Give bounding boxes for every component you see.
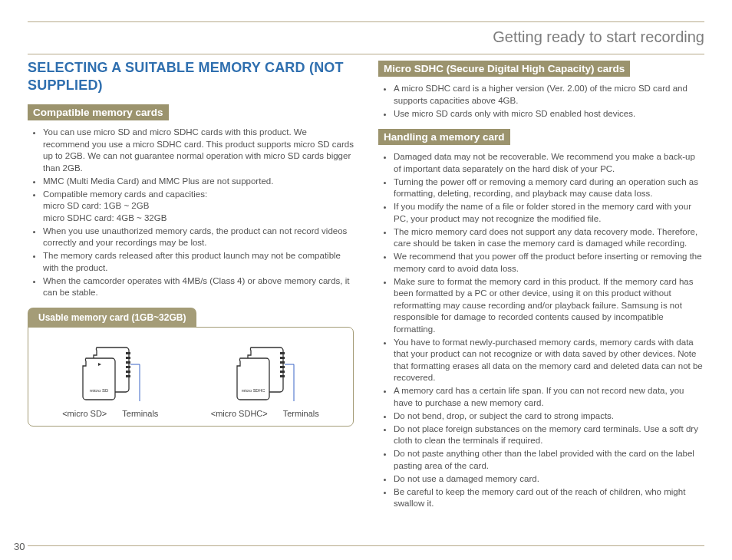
- list-item: If you modify the name of a file or fold…: [394, 201, 704, 225]
- microsdhc-icon: micro SDHC: [234, 346, 295, 401]
- list-item: The memory cards released after this pro…: [43, 250, 354, 274]
- list-item: Be careful to keep the memory card out o…: [394, 486, 704, 510]
- svg-text:micro SD: micro SD: [89, 388, 108, 393]
- handling-list: Damaged data may not be recoverable. We …: [378, 151, 704, 510]
- compatible-list: You can use micro SD and micro SDHC card…: [28, 127, 354, 299]
- chapter-title: Getting ready to start recording: [28, 22, 704, 54]
- right-column: Micro SDHC (Secure Digital High Capacity…: [378, 59, 704, 538]
- list-item: Use micro SD cards only with micro SD en…: [394, 108, 704, 120]
- svg-rect-15: [280, 375, 285, 377]
- svg-rect-0: [126, 352, 130, 354]
- svg-text:micro SDHC: micro SDHC: [242, 388, 265, 393]
- callout-title: Usable memory card (1GB~32GB): [28, 308, 196, 328]
- list-item: When you use unauthorized memory cards, …: [43, 226, 354, 249]
- svg-rect-12: [280, 361, 285, 364]
- svg-rect-10: [280, 352, 285, 354]
- left-column: SELECTING A SUITABLE MEMORY CARD (NOT SU…: [28, 59, 354, 538]
- terminals-label-2: Terminals: [283, 409, 319, 418]
- svg-rect-13: [280, 366, 285, 368]
- list-item: You have to format newly-purchased memor…: [394, 337, 704, 384]
- microsd-block: micro SD <micro SD> Terminals: [62, 346, 158, 418]
- usable-card-callout: Usable memory card (1GB~32GB): [28, 307, 354, 427]
- list-item: Do not bend, drop, or subject the card t…: [394, 410, 704, 423]
- callout-body: micro SD <micro SD> Terminals: [28, 327, 354, 427]
- page-number: 30: [14, 541, 25, 552]
- svg-rect-3: [126, 366, 130, 368]
- microsdhc-label: <micro SDHC>: [211, 409, 268, 418]
- svg-rect-1: [126, 357, 130, 359]
- list-item: Compatible memory cards and capacities: …: [43, 189, 354, 225]
- list-item: A micro SDHC card is a higher version (V…: [394, 83, 704, 107]
- page-heading: SELECTING A SUITABLE MEMORY CARD (NOT SU…: [28, 59, 354, 94]
- list-item: Do not use a damaged memory card.: [394, 473, 704, 486]
- list-item: A memory card has a certain life span. I…: [394, 385, 704, 409]
- microsdhc-block: micro SDHC <micro SDHC> Terminals: [211, 346, 319, 418]
- list-item: Make sure to format the memory card in t…: [394, 276, 704, 336]
- list-item: Do not paste anything other than the lab…: [394, 448, 704, 472]
- svg-rect-14: [280, 371, 285, 373]
- microsd-label: <micro SD>: [62, 409, 107, 418]
- list-item: We recommend that you power off the prod…: [394, 251, 704, 275]
- list-item: The micro memory card does not support a…: [394, 226, 704, 250]
- list-item: Do not place foreign substances on the m…: [394, 423, 704, 447]
- subhead-sdhc: Micro SDHC (Secure Digital High Capacity…: [378, 61, 630, 77]
- list-item: Damaged data may not be recoverable. We …: [394, 151, 704, 175]
- svg-rect-4: [126, 371, 130, 373]
- svg-rect-11: [280, 357, 285, 359]
- terminals-label-1: Terminals: [122, 409, 158, 418]
- list-item: Turning the power off or removing a memo…: [394, 176, 704, 200]
- svg-rect-2: [126, 361, 130, 364]
- svg-rect-5: [126, 375, 130, 377]
- microsd-icon: micro SD: [80, 346, 141, 401]
- sdhc-list: A micro SDHC card is a higher version (V…: [378, 83, 704, 120]
- list-item: MMC (Multi Media Card) and MMC Plus are …: [43, 176, 354, 188]
- subhead-handling: Handling a memory card: [378, 129, 510, 145]
- list-item: You can use micro SD and micro SDHC card…: [43, 127, 354, 174]
- subhead-compatible: Compatible memory cards: [28, 104, 169, 120]
- bottom-rule: [28, 545, 704, 546]
- list-item: When the camcorder operates with 4MB/s (…: [43, 275, 354, 299]
